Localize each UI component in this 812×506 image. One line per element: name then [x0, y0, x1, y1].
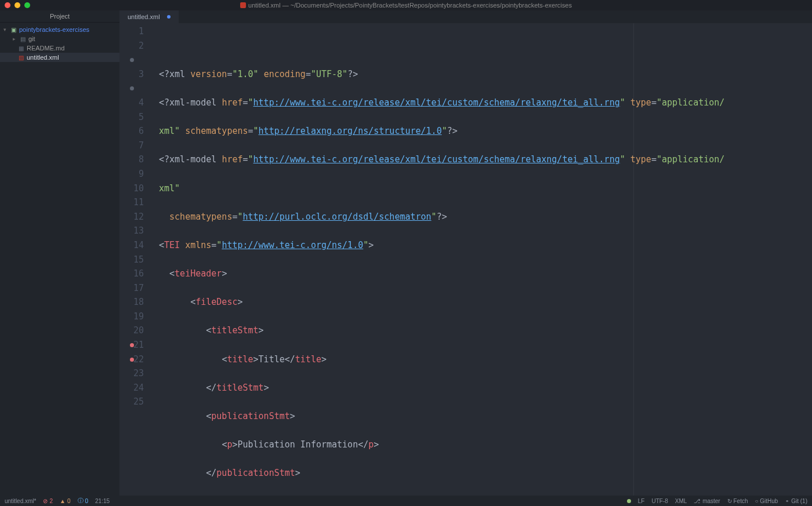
status-line-ending[interactable]: LF: [638, 498, 645, 504]
editor-tabs: untitled.xml: [119, 10, 812, 23]
status-encoding[interactable]: UTF-8: [651, 498, 668, 504]
status-branch[interactable]: master: [694, 498, 720, 504]
file-type-icon: [240, 2, 246, 8]
file-tree: ▾ ▣ pointybrackets-exercises ▸ ▤ git ▦ R…: [0, 23, 119, 62]
code-line: schematypens="http://purl.oclc.org/dsdl/…: [154, 210, 812, 224]
chevron-right-icon: ▸: [13, 36, 17, 42]
code-line: <titleStmt>: [154, 323, 812, 338]
tab-current-file[interactable]: untitled.xml: [119, 10, 179, 23]
book-icon: ▦: [19, 45, 24, 52]
status-info[interactable]: ⓘ 0: [78, 497, 89, 505]
status-bar: untitled.xml* ⊘ 2 ▲ 0 ⓘ 0 21:15 LF UTF-8…: [0, 496, 812, 506]
code-line: <?xml-model href="http://www.tei-c.org/r…: [154, 152, 812, 167]
tree-current-file[interactable]: ▧ untitled.xml: [0, 53, 119, 62]
status-language[interactable]: XML: [675, 498, 687, 504]
tab-label: untitled.xml: [128, 13, 160, 20]
folder-icon: ▣: [11, 27, 16, 33]
tree-readme[interactable]: ▦ README.md: [0, 43, 119, 53]
maximize-icon[interactable]: [24, 2, 30, 8]
sidebar-header: Project: [0, 10, 119, 23]
window-title: untitled.xml — ~/Documents/Projects/Poin…: [248, 2, 572, 9]
folder-label: git: [28, 35, 35, 42]
file-label: README.md: [27, 45, 64, 52]
file-label: untitled.xml: [27, 54, 59, 61]
code-line: xml": [154, 181, 812, 196]
status-ok-icon: [627, 499, 631, 503]
project-name: pointybrackets-exercises: [19, 26, 89, 33]
code-line: <teiHeader>: [154, 267, 812, 281]
line-number-gutter: 12 3 45678910111213141516171819202122232…: [119, 23, 154, 496]
editor-pane: untitled.xml 12 3 4567891011121314151617…: [119, 10, 812, 496]
status-fetch[interactable]: Fetch: [727, 498, 748, 504]
code-line: </publicationStmt>: [154, 466, 812, 480]
status-github[interactable]: ○ GitHub: [755, 498, 778, 504]
tree-root[interactable]: ▾ ▣ pointybrackets-exercises: [0, 25, 119, 34]
status-warnings[interactable]: ▲ 0: [60, 498, 70, 504]
close-icon[interactable]: [5, 2, 10, 8]
code-file-icon: ▧: [19, 54, 24, 61]
window-titlebar: untitled.xml — ~/Documents/Projects/Poin…: [0, 0, 812, 10]
wrap-guide: [633, 23, 634, 496]
modified-dot-icon: [167, 15, 171, 19]
code-area[interactable]: <?xml version="1.0" encoding="UTF-8"?> <…: [154, 23, 812, 496]
code-line: <p>Publication Information</p>: [154, 438, 812, 452]
code-line: <fileDesc>: [154, 295, 812, 310]
minimize-icon[interactable]: [14, 2, 20, 8]
code-line: <?xml-model href="http://www.tei-c.org/r…: [154, 96, 812, 110]
folder-icon: ▤: [20, 36, 26, 42]
code-line: <title>Title</title>: [154, 352, 812, 367]
status-errors[interactable]: ⊘ 2: [43, 498, 53, 504]
code-line: </titleStmt>: [154, 381, 812, 395]
project-sidebar: Project ▾ ▣ pointybrackets-exercises ▸ ▤…: [0, 10, 119, 496]
status-cursor-pos[interactable]: 21:15: [95, 498, 110, 504]
code-line: <publicationStmt>: [154, 409, 812, 424]
code-line: xml" schematypens="http://relaxng.org/ns…: [154, 124, 812, 139]
status-git[interactable]: ⚬ Git (1): [785, 498, 807, 504]
code-line: <TEI xmlns="http://www.tei-c.org/ns/1.0"…: [154, 238, 812, 253]
traffic-lights[interactable]: [5, 2, 30, 8]
status-file[interactable]: untitled.xml*: [5, 498, 36, 504]
tree-git-folder[interactable]: ▸ ▤ git: [0, 34, 119, 43]
code-line: <?xml version="1.0" encoding="UTF-8"?>: [154, 67, 812, 82]
code-editor[interactable]: 12 3 45678910111213141516171819202122232…: [119, 23, 812, 496]
code-line: <sourceDesc>: [154, 495, 812, 496]
chevron-down-icon: ▾: [3, 27, 8, 32]
